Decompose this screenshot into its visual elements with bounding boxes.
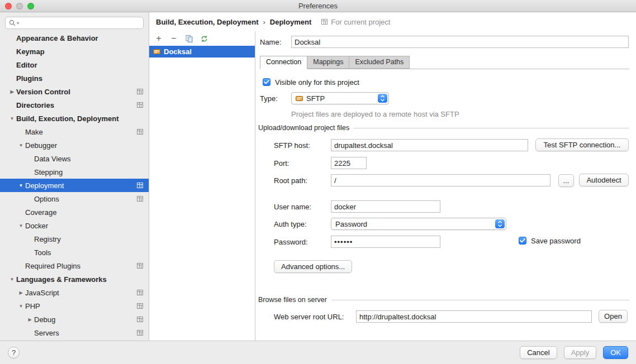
sidebar-item-required-plugins[interactable]: Required Plugins	[0, 259, 149, 272]
traffic-lights	[5, 3, 34, 9]
browse-root-path-button[interactable]: ...	[558, 174, 574, 187]
user-name-input[interactable]	[331, 200, 440, 213]
sidebar-item-label: Required Plugins	[25, 262, 137, 270]
sidebar-item-plugins[interactable]: Plugins	[0, 71, 149, 85]
zoom-button[interactable]	[27, 3, 34, 9]
open-url-button[interactable]: Open	[599, 310, 628, 323]
visible-only-label: Visible only for this project	[275, 78, 359, 87]
content-area: Build, Execution, Deployment › Deploymen…	[149, 12, 636, 341]
sidebar-item-debug[interactable]: ▶Debug	[0, 313, 149, 326]
per-project-indicator-icon	[137, 290, 143, 295]
type-select[interactable]: SFTP	[291, 92, 389, 104]
type-help-text: Project files are deployed to a remote h…	[291, 110, 459, 118]
sidebar-item-label: Tools	[34, 248, 149, 257]
per-project-indicator-icon	[137, 317, 143, 322]
sidebar-item-keymap[interactable]: Keymap	[0, 45, 149, 58]
root-path-label: Root path:	[274, 176, 307, 185]
sidebar-item-php[interactable]: ▼PHP	[0, 299, 149, 313]
settings-search-input[interactable]	[20, 19, 140, 27]
ok-button[interactable]: OK	[603, 346, 628, 359]
chevron-down-icon[interactable]: ▼	[17, 143, 25, 148]
close-button[interactable]	[5, 3, 12, 9]
sidebar-item-label: Servers	[34, 329, 137, 337]
visible-only-checkbox[interactable]	[263, 78, 270, 86]
sftp-host-label: SFTP host:	[274, 141, 310, 150]
per-project-indicator-icon	[137, 263, 143, 269]
settings-sidebar: ▾ Appearance & BehaviorKeymapEditorPlugi…	[0, 12, 149, 341]
sidebar-item-stepping[interactable]: Stepping	[0, 165, 149, 179]
sidebar-item-directories[interactable]: Directories	[0, 98, 149, 112]
sidebar-item-javascript[interactable]: ▶JavaScript	[0, 286, 149, 299]
sidebar-item-languages-frameworks[interactable]: ▼Languages & Frameworks	[0, 272, 149, 286]
chevron-right-icon[interactable]: ▶	[26, 317, 34, 322]
sidebar-item-deployment[interactable]: ▼Deployment	[0, 179, 149, 192]
chevron-down-icon[interactable]: ▼	[17, 183, 25, 188]
sidebar-item-registry[interactable]: Registry	[0, 232, 149, 246]
breadcrumb-separator-icon: ›	[263, 18, 265, 26]
minimize-button	[16, 3, 23, 9]
chevron-down-icon[interactable]: ▼	[17, 304, 25, 309]
sidebar-item-options[interactable]: Options	[0, 192, 149, 205]
name-label: Name:	[260, 38, 281, 46]
save-password-checkbox[interactable]	[519, 237, 526, 245]
chevron-down-icon[interactable]: ▼	[8, 277, 16, 282]
chevron-right-icon[interactable]: ▶	[8, 89, 16, 94]
sidebar-item-label: Editor	[16, 61, 149, 69]
breadcrumb-root[interactable]: Build, Execution, Deployment	[156, 18, 258, 26]
browse-group-header: Browse files on server	[258, 296, 629, 304]
sidebar-item-editor[interactable]: Editor	[0, 58, 149, 71]
sidebar-item-label: Version Control	[16, 88, 137, 96]
sidebar-item-label: Debug	[34, 315, 137, 324]
search-history-chevron-icon[interactable]: ▾	[17, 21, 19, 26]
server-item-label: Docksal	[164, 47, 192, 56]
name-input[interactable]	[291, 36, 629, 48]
tab-mappings[interactable]: Mappings	[307, 56, 349, 69]
sidebar-item-label: Plugins	[16, 74, 149, 83]
password-label: Password:	[274, 238, 308, 246]
help-button[interactable]: ?	[8, 347, 20, 358]
refresh-server-button[interactable]	[200, 35, 208, 42]
sidebar-item-build-execution-deployment[interactable]: ▼Build, Execution, Deployment	[0, 112, 149, 125]
chevron-down-icon[interactable]: ▼	[17, 223, 25, 228]
server-item-docksal[interactable]: Docksal	[149, 46, 255, 58]
sidebar-item-data-views[interactable]: Data Views	[0, 152, 149, 165]
apply-button[interactable]: Apply	[564, 346, 597, 359]
per-project-indicator-icon	[137, 303, 143, 309]
sidebar-item-tools[interactable]: Tools	[0, 246, 149, 259]
upload-group-header: Upload/download project files	[258, 124, 629, 132]
cancel-button[interactable]: Cancel	[520, 346, 557, 359]
sidebar-item-version-control[interactable]: ▶Version Control	[0, 85, 149, 98]
root-path-input[interactable]	[331, 174, 550, 186]
tab-excluded-paths[interactable]: Excluded Paths	[349, 56, 410, 69]
sidebar-item-docker[interactable]: ▼Docker	[0, 219, 149, 232]
sidebar-item-appearance-behavior[interactable]: Appearance & Behavior	[0, 31, 149, 45]
search-box[interactable]: ▾	[5, 17, 144, 29]
web-root-input[interactable]	[356, 310, 592, 323]
password-input[interactable]	[331, 236, 440, 248]
browse-group-title: Browse files on server	[258, 296, 327, 304]
autodetect-button[interactable]: Autodetect	[579, 174, 629, 186]
sidebar-item-debugger[interactable]: ▼Debugger	[0, 138, 149, 152]
settings-tree: Appearance & BehaviorKeymapEditorPlugins…	[0, 31, 149, 339]
sidebar-item-label: Appearance & Behavior	[16, 34, 149, 42]
port-label: Port:	[274, 159, 289, 167]
auth-type-select[interactable]: Password	[331, 218, 506, 230]
sftp-host-input[interactable]	[331, 139, 528, 151]
sidebar-item-label: Stepping	[34, 168, 149, 176]
test-sftp-connection-button[interactable]: Test SFTP connection...	[535, 138, 629, 151]
advanced-options-button[interactable]: Advanced options...	[274, 260, 352, 273]
settings-tabs: ConnectionMappingsExcluded Paths	[260, 56, 629, 69]
tab-connection[interactable]: Connection	[260, 56, 307, 69]
copy-server-button[interactable]	[185, 35, 193, 42]
remove-server-button[interactable]: −	[170, 34, 178, 43]
chevron-down-icon[interactable]: ▼	[8, 116, 16, 121]
port-input[interactable]	[331, 157, 367, 169]
sidebar-item-coverage[interactable]: Coverage	[0, 205, 149, 219]
group-divider	[354, 128, 629, 128]
per-project-indicator-icon	[137, 89, 143, 94]
titlebar[interactable]: Preferences	[0, 0, 636, 12]
sidebar-item-make[interactable]: Make	[0, 125, 149, 138]
add-server-button[interactable]: +	[155, 34, 163, 43]
chevron-right-icon[interactable]: ▶	[17, 290, 25, 295]
sidebar-item-servers[interactable]: Servers	[0, 326, 149, 339]
